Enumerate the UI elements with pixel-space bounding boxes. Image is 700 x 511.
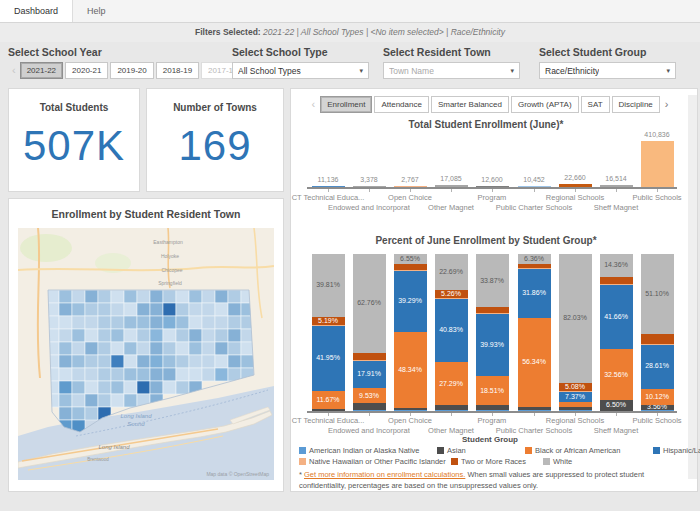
year-button-2020-21[interactable]: 2020-21	[65, 62, 108, 79]
report-tabs-prev-arrow[interactable]: ‹	[308, 96, 320, 113]
town-shape[interactable]	[111, 394, 124, 407]
town-shape[interactable]	[137, 316, 150, 329]
map-svg[interactable]: EasthamptonHolyokeChicopeeSpringfield Lo…	[18, 228, 274, 480]
town-shape[interactable]	[85, 368, 98, 381]
town-shape[interactable]	[137, 290, 150, 303]
town-shape[interactable]	[189, 290, 202, 303]
town-shape[interactable]	[124, 329, 137, 342]
town-shape[interactable]	[150, 381, 163, 394]
town-shape[interactable]	[137, 329, 150, 342]
town-shape[interactable]	[202, 316, 215, 329]
town-shape[interactable]	[124, 303, 137, 316]
segment-two-or-more-races-sheff-magnet[interactable]	[600, 277, 633, 284]
report-tab-sat[interactable]: SAT	[581, 96, 610, 113]
town-shape[interactable]	[176, 303, 189, 316]
town-shape[interactable]	[228, 342, 241, 355]
legend-item-white[interactable]: White	[543, 457, 603, 466]
town-shape[interactable]	[228, 329, 241, 342]
legend-item-native-hawaiian-or-other-pacific-islander[interactable]: Native Hawaiian or Other Pacific Islande…	[299, 457, 451, 466]
town-shape[interactable]	[163, 381, 176, 394]
town-shape[interactable]	[98, 368, 111, 381]
resident-town-dropdown[interactable]: Town Name ▾	[383, 62, 520, 79]
town-shape[interactable]	[111, 381, 124, 394]
town-shape[interactable]	[176, 368, 189, 381]
town-shape[interactable]	[176, 355, 189, 368]
town-shape[interactable]	[137, 355, 150, 368]
enrollment-calculations-link[interactable]: Get more information on enrollment calcu…	[304, 470, 465, 479]
town-shape[interactable]	[189, 368, 202, 381]
town-shape[interactable]	[59, 329, 72, 342]
segment-two-or-more-races-program[interactable]	[476, 307, 509, 313]
town-shape[interactable]	[228, 290, 241, 303]
report-tabs-next-arrow[interactable]: ›	[661, 96, 673, 113]
town-shape[interactable]	[228, 303, 241, 316]
legend-item-two-or-more-races[interactable]: Two or More Races	[451, 457, 543, 466]
town-shape[interactable]	[163, 290, 176, 303]
segment-asian-open-choice[interactable]	[394, 408, 427, 411]
town-shape[interactable]	[111, 329, 124, 342]
town-shape[interactable]	[85, 303, 98, 316]
town-shape[interactable]	[72, 316, 85, 329]
town-shape[interactable]	[98, 290, 111, 303]
town-shape[interactable]	[111, 368, 124, 381]
segment-two-or-more-races-endowed-and-incorporate[interactable]	[353, 353, 386, 360]
town-shape[interactable]	[111, 290, 124, 303]
town-shape[interactable]	[72, 355, 85, 368]
town-shape[interactable]	[176, 329, 189, 342]
town-shape[interactable]	[202, 342, 215, 355]
town-shape[interactable]	[85, 407, 98, 420]
segment-black-or-african-american-regional-schools[interactable]	[559, 402, 592, 406]
town-shape[interactable]	[215, 355, 228, 368]
town-shape[interactable]	[202, 355, 215, 368]
town-shape[interactable]	[137, 303, 150, 316]
town-shape[interactable]	[111, 303, 124, 316]
town-shape[interactable]	[85, 381, 98, 394]
town-shape[interactable]	[72, 290, 85, 303]
town-shape[interactable]	[85, 394, 98, 407]
segment-asian-public-charter-schools[interactable]	[518, 407, 551, 411]
town-shape[interactable]	[189, 316, 202, 329]
town-shape[interactable]	[72, 342, 85, 355]
town-shape[interactable]	[59, 407, 72, 420]
town-shape[interactable]	[59, 316, 72, 329]
town-shape[interactable]	[59, 303, 72, 316]
town-shape[interactable]	[72, 303, 85, 316]
town-shape[interactable]	[98, 355, 111, 368]
town-shape[interactable]	[215, 316, 228, 329]
town-shape[interactable]	[150, 290, 163, 303]
window-tab-help[interactable]: Help	[73, 0, 120, 22]
town-shape[interactable]	[59, 355, 72, 368]
bar-public-schools[interactable]	[641, 141, 674, 187]
year-button-2017-18[interactable]: 2017-18	[201, 62, 233, 79]
town-shape[interactable]	[215, 290, 228, 303]
town-shape[interactable]	[59, 342, 72, 355]
town-shape[interactable]	[202, 368, 215, 381]
report-tab-growth-apta[interactable]: Growth (APTA)	[511, 96, 579, 113]
town-shape[interactable]	[150, 342, 163, 355]
town-shape[interactable]	[163, 355, 176, 368]
town-shape[interactable]	[176, 342, 189, 355]
town-shape[interactable]	[59, 368, 72, 381]
report-tab-smarter-balanced[interactable]: Smarter Balanced	[431, 96, 509, 113]
town-shape[interactable]	[176, 290, 189, 303]
town-shape[interactable]	[98, 303, 111, 316]
town-shape[interactable]	[163, 303, 176, 316]
year-button-2019-20[interactable]: 2019-20	[110, 62, 153, 79]
legend-item-american-indian-or-alaska-native[interactable]: American Indian or Alaska Native	[299, 446, 437, 455]
report-tab-enrollment[interactable]: Enrollment	[320, 96, 372, 113]
town-shape[interactable]	[85, 290, 98, 303]
town-shape[interactable]	[189, 355, 202, 368]
year-button-2018-19[interactable]: 2018-19	[156, 62, 199, 79]
town-shape[interactable]	[59, 290, 72, 303]
year-button-2021-22[interactable]: 2021-22	[20, 62, 63, 79]
town-shape[interactable]	[163, 329, 176, 342]
school-type-dropdown[interactable]: All School Types ▾	[232, 62, 369, 79]
town-shape[interactable]	[228, 355, 241, 368]
town-shape[interactable]	[111, 316, 124, 329]
town-shape[interactable]	[124, 290, 137, 303]
segment-two-or-more-races-public-charter-schools[interactable]	[518, 264, 551, 268]
town-shape[interactable]	[72, 407, 85, 420]
town-shape[interactable]	[202, 290, 215, 303]
town-shape[interactable]	[124, 368, 137, 381]
town-shape[interactable]	[150, 329, 163, 342]
